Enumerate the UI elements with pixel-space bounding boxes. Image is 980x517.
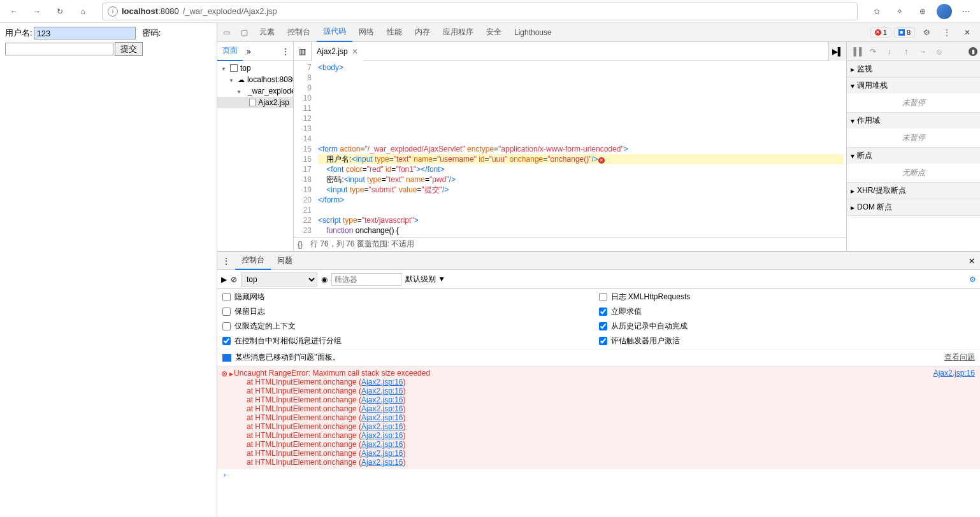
step-out-icon[interactable]: ↑: [899, 45, 913, 59]
devtools-more-icon[interactable]: ⋮: [938, 24, 956, 41]
clear-console-icon[interactable]: ⊘: [231, 275, 237, 284]
back-button[interactable]: ←: [5, 3, 23, 20]
tab-network[interactable]: 网络: [352, 23, 380, 42]
opt-eval-trigger[interactable]: 评估触发器用户激活: [599, 336, 976, 346]
address-bar[interactable]: i localhost:8080/_war_exploded/Ajax2.jsp: [102, 3, 858, 20]
stack-link[interactable]: Ajax2.jsp:16: [361, 386, 403, 395]
console-drawer: ⋮ 控制台 问题 ✕ ▶ ⊘ top ◉ 默认级别 ▼ ⚙ 隐藏网络 保留日志 …: [217, 251, 980, 517]
tab-application[interactable]: 应用程序: [436, 23, 480, 42]
username-input[interactable]: [34, 27, 136, 39]
tree-host[interactable]: localhost:8080: [217, 74, 293, 85]
read-aloud-icon[interactable]: ✩: [868, 3, 886, 20]
drawer-more-icon[interactable]: ⋮: [217, 257, 235, 266]
breakpoints-header[interactable]: ▾ 断点: [847, 148, 980, 164]
error-source-link[interactable]: Ajax2.jsp:16: [933, 369, 975, 378]
code-area[interactable]: <body> <form action="/_war_exploded/Ajax…: [315, 61, 846, 237]
opt-group-similar[interactable]: 在控制台中对相似消息进行分组: [222, 336, 599, 346]
error-header: Uncaught RangeError: Maximum call stack …: [234, 369, 975, 378]
tab-console[interactable]: 控制台: [281, 23, 317, 42]
filter-input[interactable]: [331, 273, 401, 286]
callstack-header[interactable]: ▾ 调用堆栈: [847, 78, 980, 94]
stack-link[interactable]: Ajax2.jsp:16: [361, 404, 403, 413]
watch-header[interactable]: ▸ 监视: [847, 61, 980, 77]
navigator-menu-icon[interactable]: ⋮: [278, 47, 293, 56]
stack-link[interactable]: Ajax2.jsp:16: [361, 378, 403, 386]
opt-eager-eval[interactable]: 立即求值: [599, 306, 976, 317]
profile-avatar[interactable]: [937, 4, 952, 19]
deactivate-bp-icon[interactable]: ⦸: [932, 45, 946, 59]
editor-tab[interactable]: Ajax2.jsp✕: [312, 42, 363, 61]
tab-sources[interactable]: 源代码: [317, 23, 352, 42]
inspect-icon[interactable]: ▭: [217, 23, 235, 42]
more-icon[interactable]: ⋯: [957, 3, 975, 20]
drawer-tab-console[interactable]: 控制台: [235, 252, 271, 270]
device-icon[interactable]: ▢: [235, 23, 253, 42]
submit-button[interactable]: 提交: [115, 42, 143, 56]
console-settings-icon[interactable]: ⚙: [969, 275, 976, 284]
stack-link[interactable]: Ajax2.jsp:16: [361, 395, 403, 404]
stack-frame: at HTMLInputElement.onchange (Ajax2.jsp:…: [247, 395, 975, 404]
stack-frame: at HTMLInputElement.onchange (Ajax2.jsp:…: [247, 378, 975, 386]
reload-button[interactable]: ↻: [51, 3, 69, 20]
tab-performance[interactable]: 性能: [380, 23, 408, 42]
log-level[interactable]: 默认级别 ▼: [405, 274, 445, 285]
stack-link[interactable]: Ajax2.jsp:16: [361, 431, 403, 440]
stack-link[interactable]: Ajax2.jsp:16: [361, 413, 403, 422]
context-select[interactable]: top: [241, 273, 317, 287]
browser-toolbar: ← → ↻ ⌂ i localhost:8080/_war_exploded/A…: [0, 0, 980, 23]
play-icon[interactable]: ▶: [221, 275, 227, 284]
console-error: ⊗ ▸ Ajax2.jsp:16 Uncaught RangeError: Ma…: [217, 366, 980, 469]
step-icon[interactable]: →: [916, 45, 930, 59]
source-editor: ▥ Ajax2.jsp✕ ▶▌ 789101112131415161718192…: [294, 42, 846, 251]
tree-file[interactable]: Ajax2.jsp: [217, 97, 293, 108]
navigator-more-icon[interactable]: »: [243, 47, 255, 56]
issues-badge[interactable]: ■8: [894, 27, 915, 38]
scope-header[interactable]: ▾ 作用域: [847, 113, 980, 129]
stack-frame: at HTMLInputElement.onchange (Ajax2.jsp:…: [247, 458, 975, 467]
tab-elements[interactable]: 元素: [253, 23, 281, 42]
close-tab-icon[interactable]: ✕: [352, 47, 358, 56]
drawer-close-icon[interactable]: ✕: [963, 257, 980, 266]
collections-icon[interactable]: ⊕: [914, 3, 932, 20]
view-issues-link[interactable]: 查看问题: [944, 352, 975, 363]
toggle-navigator-icon[interactable]: ▥: [294, 42, 312, 61]
navigator-page-tab[interactable]: 页面: [217, 42, 243, 61]
tree-folder[interactable]: _war_exploded: [217, 85, 293, 97]
settings-icon[interactable]: ⚙: [918, 24, 935, 41]
braces-icon[interactable]: {}: [298, 240, 303, 249]
opt-hide-network[interactable]: 隐藏网络: [222, 292, 599, 302]
toggle-debugger-icon[interactable]: ▶▌: [828, 42, 846, 61]
info-icon: i: [108, 6, 118, 17]
opt-autocomplete[interactable]: 从历史记录中自动完成: [599, 321, 976, 332]
tab-memory[interactable]: 内存: [408, 23, 436, 42]
home-button[interactable]: ⌂: [74, 3, 92, 20]
opt-selected-ctx[interactable]: 仅限选定的上下文: [222, 321, 599, 332]
pause-icon[interactable]: ▐▐: [849, 45, 863, 59]
xhr-header[interactable]: ▸ XHR/提取断点: [847, 183, 980, 199]
stack-link[interactable]: Ajax2.jsp:16: [361, 440, 403, 449]
stack-link[interactable]: Ajax2.jsp:16: [361, 449, 403, 458]
favorites-icon[interactable]: ✧: [891, 3, 909, 20]
opt-log-xhr[interactable]: 日志 XMLHttpRequests: [599, 292, 976, 302]
opt-preserve-log[interactable]: 保留日志: [222, 306, 599, 317]
devtools-tabs: ▭ ▢ 元素 控制台 源代码 网络 性能 内存 应用程序 安全 Lighthou…: [217, 23, 980, 42]
pause-exceptions-icon[interactable]: ▮: [969, 47, 977, 56]
step-over-icon[interactable]: ↷: [866, 45, 880, 59]
error-badge[interactable]: ✕1: [870, 27, 891, 38]
step-into-icon[interactable]: ↓: [883, 45, 897, 59]
drawer-tab-issues[interactable]: 问题: [271, 252, 299, 270]
password-input[interactable]: [5, 43, 113, 55]
eye-icon[interactable]: ◉: [321, 275, 328, 284]
tab-lighthouse[interactable]: Lighthouse: [508, 23, 558, 42]
tree-top[interactable]: top: [217, 62, 293, 74]
forward-button[interactable]: →: [28, 3, 46, 20]
devtools-close-icon[interactable]: ✕: [958, 24, 976, 41]
error-marker-icon[interactable]: ✕: [598, 157, 605, 164]
tab-security[interactable]: 安全: [480, 23, 508, 42]
dom-header[interactable]: ▸ DOM 断点: [847, 199, 980, 215]
stack-link[interactable]: Ajax2.jsp:16: [361, 422, 403, 431]
console-prompt[interactable]: ›: [217, 469, 980, 481]
password-label: 密码:: [142, 27, 161, 39]
stack-link[interactable]: Ajax2.jsp:16: [361, 458, 403, 467]
editor-status-bar: {} 行 76，列 76 覆盖范围: 不适用: [294, 237, 846, 251]
